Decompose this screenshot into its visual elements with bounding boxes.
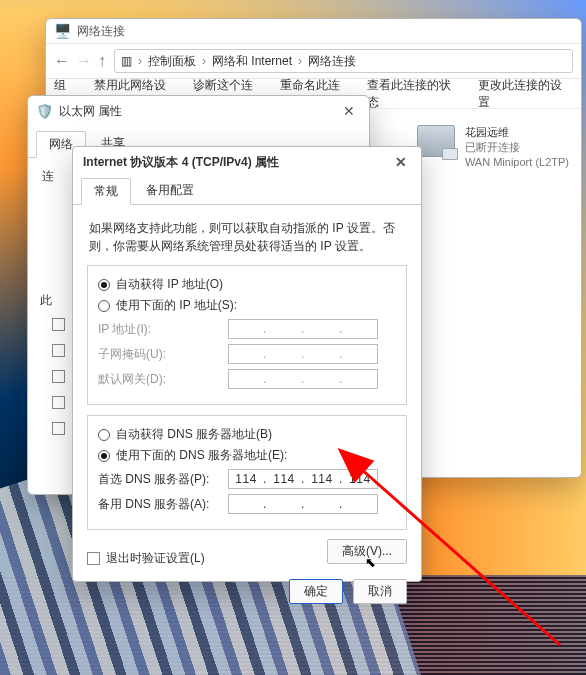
back-icon[interactable]: ← [54,52,70,70]
checkbox-label: 退出时验证设置(L) [106,550,205,567]
toolbar-item-status[interactable]: 查看此连接的状态 [367,77,462,111]
checkbox-icon[interactable] [52,422,65,435]
gateway-input: ... [228,369,378,389]
ok-button[interactable]: 确定 [289,579,343,604]
forward-icon[interactable]: → [76,52,92,70]
chevron-right-icon: › [202,54,206,68]
gateway-row: 默认网关(D): ... [98,369,396,389]
checkbox-icon[interactable] [52,370,65,383]
checkbox-icon[interactable] [87,552,100,565]
subnet-mask-row: 子网掩码(U): ... [98,344,396,364]
connection-status: 已断开连接 [465,140,569,155]
titlebar: Internet 协议版本 4 (TCP/IPv4) 属性 ✕ [73,147,421,177]
list-item[interactable] [52,344,65,357]
tab-general[interactable]: 常规 [81,178,131,205]
dns-settings-group: 自动获得 DNS 服务器地址(B) 使用下面的 DNS 服务器地址(E): 首选… [87,415,407,530]
radio-label: 自动获得 IP 地址(O) [116,276,223,293]
field-label: 首选 DNS 服务器(P): [98,471,228,488]
window-title: 网络连接 [77,23,125,40]
up-icon[interactable]: ↑ [98,52,106,70]
radio-label: 使用下面的 IP 地址(S): [116,297,237,314]
tab-alternate[interactable]: 备用配置 [133,177,207,204]
close-icon[interactable]: ✕ [337,103,361,119]
list-item[interactable] [52,396,65,409]
radio-icon[interactable] [98,279,110,291]
breadcrumb[interactable]: ▥ › 控制面板 › 网络和 Internet › 网络连接 [114,49,573,73]
breadcrumb-root-icon: ▥ [121,54,132,68]
alternate-dns-row: 备用 DNS 服务器(A): ... [98,494,396,514]
toolbar-item-change[interactable]: 更改此连接的设置 [478,77,573,111]
field-label: 默认网关(D): [98,371,228,388]
list-item[interactable] [52,318,65,331]
address-bar: ← → ↑ ▥ › 控制面板 › 网络和 Internet › 网络连接 [46,43,581,79]
close-icon[interactable]: ✕ [389,154,413,170]
ip-settings-group: 自动获得 IP 地址(O) 使用下面的 IP 地址(S): IP 地址(I): … [87,265,407,405]
preferred-dns-row: 首选 DNS 服务器(P): 114. 114. 114. 114 [98,469,396,489]
validate-on-exit-row[interactable]: 退出时验证设置(L) [87,550,205,567]
checkbox-icon[interactable] [52,396,65,409]
alternate-dns-input[interactable]: ... [228,494,378,514]
ip-address-input: ... [228,319,378,339]
field-label: 备用 DNS 服务器(A): [98,496,228,513]
breadcrumb-item[interactable]: 网络连接 [308,53,356,70]
this-connection-uses-label: 此 [40,292,52,309]
window-title: 以太网 属性 [59,103,122,120]
description-text: 如果网络支持此功能，则可以获取自动指派的 IP 设置。否则，你需要从网络系统管理… [89,219,405,255]
advanced-button[interactable]: 高级(V)... [327,539,407,564]
list-item[interactable] [52,422,65,435]
checkbox-icon[interactable] [52,318,65,331]
cancel-button[interactable]: 取消 [353,579,407,604]
connection-name: 花园远维 [465,125,569,140]
list-item[interactable] [52,370,65,383]
breadcrumb-item[interactable]: 网络和 Internet [212,53,292,70]
field-label: IP 地址(I): [98,321,228,338]
connection-driver: WAN Miniport (L2TP) [465,155,569,170]
radio-ip-manual[interactable]: 使用下面的 IP 地址(S): [98,297,396,314]
chevron-right-icon: › [138,54,142,68]
radio-icon[interactable] [98,450,110,462]
radio-dns-manual[interactable]: 使用下面的 DNS 服务器地址(E): [98,447,396,464]
radio-icon[interactable] [98,429,110,441]
checkbox-icon[interactable] [52,344,65,357]
shield-icon: 🛡️ [36,103,53,119]
connection-item[interactable]: 花园远维 已断开连接 WAN Miniport (L2TP) [417,125,569,170]
subnet-mask-input: ... [228,344,378,364]
radio-dns-auto[interactable]: 自动获得 DNS 服务器地址(B) [98,426,396,443]
dialog-title: Internet 协议版本 4 (TCP/IPv4) 属性 [83,154,279,171]
radio-label: 使用下面的 DNS 服务器地址(E): [116,447,287,464]
ip-address-row: IP 地址(I): ... [98,319,396,339]
network-icon: 🖥️ [54,23,71,39]
tab-strip: 常规 备用配置 [73,177,421,205]
radio-label: 自动获得 DNS 服务器地址(B) [116,426,272,443]
titlebar: 🖥️ 网络连接 [46,19,581,43]
preferred-dns-input[interactable]: 114. 114. 114. 114 [228,469,378,489]
radio-ip-auto[interactable]: 自动获得 IP 地址(O) [98,276,396,293]
breadcrumb-item[interactable]: 控制面板 [148,53,196,70]
titlebar: 🛡️ 以太网 属性 ✕ [28,96,369,126]
ipv4-properties-dialog: Internet 协议版本 4 (TCP/IPv4) 属性 ✕ 常规 备用配置 … [72,146,422,582]
device-icon [417,125,455,157]
chevron-right-icon: › [298,54,302,68]
field-label: 子网掩码(U): [98,346,228,363]
radio-icon[interactable] [98,300,110,312]
